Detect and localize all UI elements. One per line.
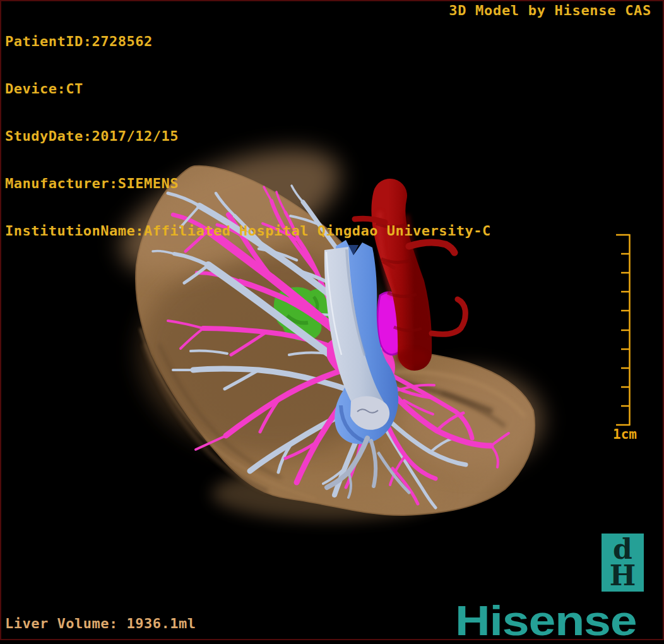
device-text: Device:CT (5, 81, 491, 97)
study-date-text: StudyDate:2017/12/15 (5, 128, 491, 144)
model-shape (432, 299, 465, 334)
manufacturer-text: Manufacturer:SIEMENS (5, 176, 491, 191)
viewer-title: 3D Model by Hisense CAS (449, 3, 651, 18)
model-shape (396, 349, 427, 366)
institution-text: InstitutionName:Affiliated Hospital Qing… (5, 223, 491, 239)
liver-volume-text: Liver Volume: 1936.1ml (5, 616, 196, 631)
logo-mark-bottom: H (610, 563, 636, 589)
logo-mark-top: d (613, 536, 632, 563)
scale-ruler (616, 234, 630, 426)
patient-info-overlay: PatientID:2728562 Device:CT StudyDate:20… (5, 2, 491, 270)
hisense-wordmark: Hisense (455, 596, 636, 644)
hisense-mark-logo: d H (602, 534, 644, 592)
patient-id-text: PatientID:2728562 (5, 33, 491, 49)
scale-ruler-label: 1cm (606, 427, 644, 442)
viewer-window: PatientID:2728562 Device:CT StudyDate:20… (0, 0, 664, 644)
